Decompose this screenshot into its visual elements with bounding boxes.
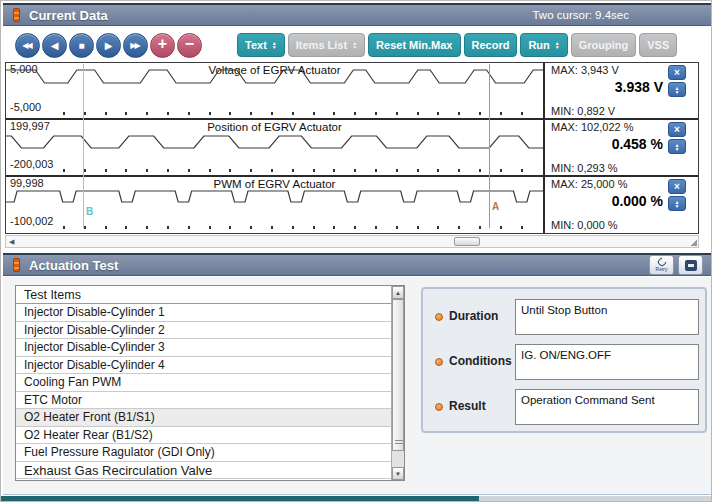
cursor-b-line[interactable] <box>83 64 84 228</box>
orange-bullet-icon <box>435 403 443 411</box>
axis-tick <box>313 112 315 115</box>
test-parameters-group: DurationUntil Stop ButtonConditionsIG. O… <box>421 287 707 433</box>
items-list-button-label: Items List <box>296 39 347 51</box>
cursor-a-line[interactable] <box>489 64 490 228</box>
scroll-up-icon[interactable]: ▲ <box>392 286 404 299</box>
axis-tick <box>396 169 398 172</box>
axis-tick <box>125 112 127 115</box>
close-channel-button[interactable]: × <box>668 122 686 137</box>
axis-tick <box>354 112 356 115</box>
list-item[interactable]: Cooling Fan PWM <box>16 374 392 392</box>
axis-tick <box>437 112 439 115</box>
record-button[interactable]: Record <box>464 33 518 57</box>
zoom-out-button[interactable]: − <box>177 33 202 58</box>
step-forward-button[interactable]: ▶ <box>96 33 121 58</box>
test-items-list[interactable]: Test Items ▲ ▼ Injector Disable-Cylinder… <box>15 285 405 481</box>
axis-tick <box>84 112 86 115</box>
vscroll-thumb[interactable] <box>392 299 404 451</box>
axis-tick <box>167 169 169 172</box>
list-header: Test Items <box>16 286 392 304</box>
axis-tick <box>271 169 273 172</box>
reorder-channel-button[interactable]: ▲▼ <box>668 196 686 211</box>
grouping-button[interactable]: Grouping <box>571 33 637 57</box>
axis-tick <box>125 169 127 172</box>
reorder-channel-button[interactable]: ▲▼ <box>668 139 686 154</box>
waveform-trace <box>6 63 543 120</box>
close-channel-button[interactable]: × <box>668 65 686 80</box>
axis-tick <box>188 112 190 115</box>
list-item[interactable]: Injector Disable-Cylinder 1 <box>16 304 392 322</box>
min-value-label: MIN: 0,892 V <box>551 105 615 117</box>
items-list-button[interactable]: Items List▲▼ <box>288 33 365 57</box>
cursor-a-label: A <box>492 201 499 212</box>
axis-tick <box>209 169 211 172</box>
duration-field-row: DurationUntil Stop Button <box>423 299 705 337</box>
axis-tick <box>292 169 294 172</box>
waveform-horizontal-scrollbar[interactable]: ◀ <box>5 235 699 248</box>
axis-tick <box>479 169 481 172</box>
list-item[interactable]: Fuel Pressure Ragulator (GDI Only) <box>16 444 392 462</box>
minimize-button[interactable] <box>678 255 703 275</box>
scroll-down-icon[interactable]: ▼ <box>392 467 404 480</box>
current-data-title: Current Data <box>29 8 108 23</box>
list-item[interactable]: ETC Motor <box>16 392 392 410</box>
thumb-grip <box>395 440 403 446</box>
two-cursor-readout: Two cursor: 9.4sec <box>532 9 629 21</box>
conditions-value-box: IG. ON/ENG.OFF <box>515 344 699 380</box>
axis-tick <box>437 226 439 229</box>
bottom-strip-accent <box>1 496 479 502</box>
max-value-label: MAX: 102,022 % <box>551 121 634 133</box>
axis-tick <box>146 112 148 115</box>
step-back-button[interactable]: ◀ <box>42 33 67 58</box>
hscroll-thumb[interactable] <box>454 237 480 246</box>
axis-tick <box>167 112 169 115</box>
list-vertical-scrollbar[interactable]: ▲ ▼ <box>391 286 404 480</box>
axis-tick <box>458 169 460 172</box>
list-item[interactable]: O2 Heater Front (B1/S1) <box>16 409 392 427</box>
axis-tick <box>417 112 419 115</box>
reset-minmax-button[interactable]: Reset Min.Max <box>368 33 460 57</box>
grouping-button-label: Grouping <box>579 39 629 51</box>
jump-to-end-button[interactable]: ▶▶ <box>123 33 148 58</box>
conditions-field-row: ConditionsIG. ON/ENG.OFF <box>423 344 705 382</box>
axis-tick <box>458 226 460 229</box>
axis-tick <box>125 226 127 229</box>
vss-button[interactable]: VSS <box>639 33 677 57</box>
orange-bullet-icon <box>435 358 443 366</box>
mode-buttons: Text▲▼Items List▲▼Reset Min.MaxRecordRun… <box>234 33 677 57</box>
stop-button[interactable]: ■ <box>69 33 94 58</box>
axis-tick <box>146 226 148 229</box>
axis-tick <box>146 169 148 172</box>
axis-tick <box>188 169 190 172</box>
max-value-label: MAX: 25,000 % <box>551 178 627 190</box>
record-button-label: Record <box>472 39 510 51</box>
titlebar-buttons: Retry <box>645 255 703 275</box>
list-item[interactable]: O2 Heater Rear (B1/S2) <box>16 427 392 445</box>
playback-controls: ◀◀◀■▶▶▶+− <box>15 33 204 58</box>
current-value: 0.458 % <box>546 136 663 152</box>
axis-tick <box>354 169 356 172</box>
axis-tick <box>209 112 211 115</box>
list-item[interactable]: Exhaust Gas Recirculation Valve <box>16 462 392 480</box>
run-button[interactable]: Run▲▼ <box>520 33 567 57</box>
list-item[interactable]: Injector Disable-Cylinder 4 <box>16 357 392 375</box>
text-mode-button[interactable]: Text▲▼ <box>237 33 285 57</box>
axis-tick <box>209 226 211 229</box>
orange-bullet-icon <box>435 313 443 321</box>
vss-button-label: VSS <box>647 39 669 51</box>
zoom-in-button[interactable]: + <box>150 33 175 58</box>
axis-tick <box>354 226 356 229</box>
reorder-channel-button[interactable]: ▲▼ <box>668 82 686 97</box>
scroll-left-icon[interactable]: ◀ <box>9 237 14 247</box>
axis-tick <box>292 112 294 115</box>
result-field-row: ResultOperation Command Sent <box>423 389 705 427</box>
retry-button[interactable]: Retry <box>649 255 674 275</box>
text-mode-button-label: Text <box>245 39 267 51</box>
axis-tick <box>500 112 502 115</box>
jump-to-start-button[interactable]: ◀◀ <box>15 33 40 58</box>
axis-tick <box>167 226 169 229</box>
axis-tick <box>375 226 377 229</box>
list-item[interactable]: Injector Disable-Cylinder 2 <box>16 322 392 340</box>
list-item[interactable]: Injector Disable-Cylinder 3 <box>16 339 392 357</box>
close-channel-button[interactable]: × <box>668 179 686 194</box>
